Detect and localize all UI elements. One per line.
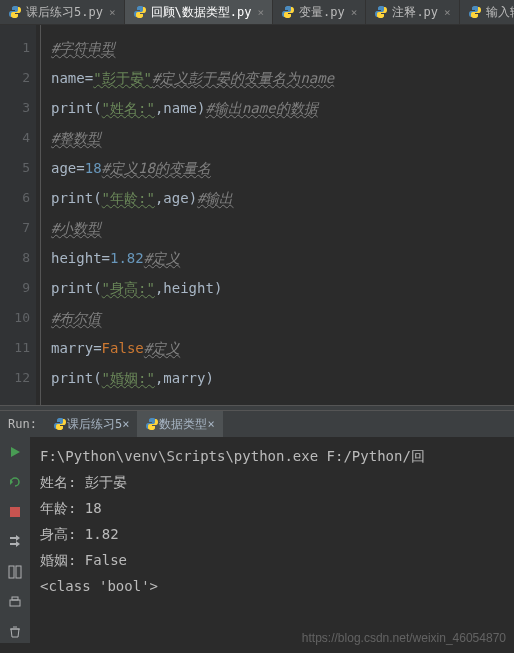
- python-icon: [145, 417, 159, 431]
- python-icon: [53, 417, 67, 431]
- run-tab-2[interactable]: 数据类型 ×: [137, 411, 222, 437]
- console-output[interactable]: F:\Python\venv\Scripts\python.exe F:/Pyt…: [30, 437, 514, 643]
- python-icon: [281, 5, 295, 19]
- line-gutter: 1 2 3 4 5 6 7 8 9 10 11 12: [0, 25, 36, 405]
- svg-rect-1: [9, 566, 14, 578]
- run-toolbar: [0, 437, 30, 643]
- run-button[interactable]: [4, 441, 26, 463]
- svg-rect-4: [12, 597, 18, 600]
- code-line-4: #整数型: [51, 123, 514, 153]
- output-line: 姓名: 彭于晏: [40, 469, 504, 495]
- rerun-button[interactable]: [4, 471, 26, 493]
- python-icon: [133, 5, 147, 19]
- line-number: 7: [0, 213, 30, 243]
- output-line: F:\Python\venv\Scripts\python.exe F:/Pyt…: [40, 443, 504, 469]
- svg-rect-0: [10, 507, 20, 517]
- output-line: 年龄: 18: [40, 495, 504, 521]
- code-line-6: print("年龄:",age)#输出: [51, 183, 514, 213]
- python-icon: [468, 5, 482, 19]
- code-line-8: height=1.82#定义: [51, 243, 514, 273]
- line-number: 8: [0, 243, 30, 273]
- close-icon[interactable]: ×: [109, 6, 116, 19]
- code-line-5: age=18#定义18的变量名: [51, 153, 514, 183]
- tab-label: 变量.py: [299, 4, 345, 21]
- line-number: 12: [0, 363, 30, 393]
- tab-label: 注释.py: [392, 4, 438, 21]
- tab-5[interactable]: 输入输出: [460, 0, 514, 24]
- stop-button[interactable]: [4, 501, 26, 523]
- line-number: 6: [0, 183, 30, 213]
- code-line-1: #字符串型: [51, 33, 514, 63]
- code-line-12: print("婚姻:",marry): [51, 363, 514, 393]
- tab-4[interactable]: 注释.py ×: [366, 0, 459, 24]
- line-number: 11: [0, 333, 30, 363]
- line-number: 2: [0, 63, 30, 93]
- layout-button[interactable]: [4, 561, 26, 583]
- editor-tabs: 课后练习5.py × 回顾\数据类型.py × 变量.py × 注释.py × …: [0, 0, 514, 25]
- run-tab-label: 数据类型: [159, 416, 207, 433]
- output-line: 婚姻: False: [40, 547, 504, 573]
- code-editor[interactable]: 1 2 3 4 5 6 7 8 9 10 11 12 #字符串型 name="彭…: [0, 25, 514, 405]
- line-number: 1: [0, 33, 30, 63]
- tab-label: 回顾\数据类型.py: [151, 4, 252, 21]
- tab-3[interactable]: 变量.py ×: [273, 0, 366, 24]
- close-icon[interactable]: ×: [351, 6, 358, 19]
- code-line-10: #布尔值: [51, 303, 514, 333]
- line-number: 10: [0, 303, 30, 333]
- python-icon: [8, 5, 22, 19]
- tab-label: 课后练习5.py: [26, 4, 103, 21]
- run-tab-1[interactable]: 课后练习5 ×: [45, 411, 137, 437]
- code-line-2: name="彭于晏"#定义彭于晏的变量名为name: [51, 63, 514, 93]
- code-area[interactable]: #字符串型 name="彭于晏"#定义彭于晏的变量名为name print("姓…: [40, 25, 514, 405]
- tab-2[interactable]: 回顾\数据类型.py ×: [125, 0, 274, 24]
- close-icon[interactable]: ×: [122, 417, 129, 431]
- output-line: 身高: 1.82: [40, 521, 504, 547]
- run-panel: Run: 课后练习5 × 数据类型 ×: [0, 411, 514, 643]
- svg-rect-3: [10, 600, 20, 606]
- tab-1[interactable]: 课后练习5.py ×: [0, 0, 125, 24]
- line-number: 5: [0, 153, 30, 183]
- step-button[interactable]: [4, 531, 26, 553]
- print-button[interactable]: [4, 591, 26, 613]
- line-number: 3: [0, 93, 30, 123]
- close-icon[interactable]: ×: [207, 417, 214, 431]
- line-number: 4: [0, 123, 30, 153]
- watermark: https://blog.csdn.net/weixin_46054870: [302, 631, 506, 645]
- trash-button[interactable]: [4, 621, 26, 643]
- tab-label: 输入输出: [486, 4, 514, 21]
- line-number: 9: [0, 273, 30, 303]
- run-body: F:\Python\venv\Scripts\python.exe F:/Pyt…: [0, 437, 514, 643]
- run-tab-label: 课后练习5: [67, 416, 122, 433]
- code-line-7: #小数型: [51, 213, 514, 243]
- run-tabs: Run: 课后练习5 × 数据类型 ×: [0, 411, 514, 437]
- run-label: Run:: [0, 417, 45, 431]
- close-icon[interactable]: ×: [444, 6, 451, 19]
- close-icon[interactable]: ×: [257, 6, 264, 19]
- svg-rect-2: [16, 566, 21, 578]
- code-line-9: print("身高:",height): [51, 273, 514, 303]
- code-line-3: print("姓名:",name)#输出name的数据: [51, 93, 514, 123]
- python-icon: [374, 5, 388, 19]
- output-line: <class 'bool'>: [40, 573, 504, 599]
- code-line-11: marry=False#定义: [51, 333, 514, 363]
